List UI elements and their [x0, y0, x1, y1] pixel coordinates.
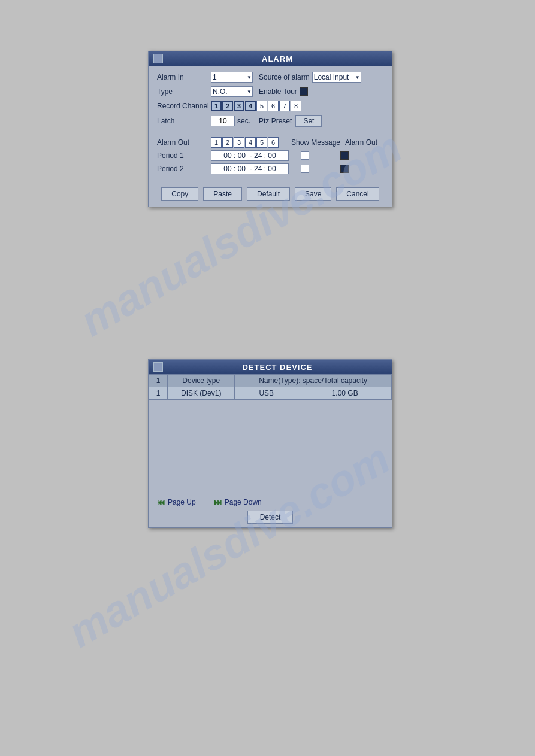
- type-row: Type N.O. Enable Tour: [157, 86, 383, 97]
- period1-input[interactable]: [211, 150, 289, 161]
- channel-btn-2[interactable]: 2: [222, 101, 233, 111]
- enable-tour-label: Enable Tour: [259, 87, 297, 96]
- page-nav: ⏮ Page Up ⏭ Page Down: [157, 497, 383, 507]
- ao-btn-5[interactable]: 5: [256, 137, 267, 148]
- channel-btn-4[interactable]: 4: [245, 101, 256, 111]
- type-select-wrapper: N.O.: [211, 86, 253, 97]
- alarm-out-channel-buttons: 1 2 3 4 5 6: [211, 137, 279, 148]
- channel-btn-1[interactable]: 1: [211, 101, 222, 111]
- period1-show-message-checkbox[interactable]: [301, 151, 309, 160]
- source-of-alarm-label: Source of alarm: [259, 73, 310, 81]
- alarm-in-row: Alarm In 1 Source of alarm Local Input: [157, 72, 383, 83]
- page-up-label: Page Up: [168, 498, 196, 506]
- type-label: Type: [157, 87, 211, 96]
- alarm-dialog-body: Alarm In 1 Source of alarm Local Input T…: [149, 66, 392, 207]
- alarm-in-select[interactable]: 1: [211, 72, 253, 83]
- page-down-label: Page Down: [225, 498, 262, 506]
- ao-btn-6[interactable]: 6: [268, 137, 279, 148]
- detect-row-num: 1: [149, 387, 168, 400]
- divider: [157, 132, 383, 132]
- period1-label: Period 1: [157, 151, 211, 160]
- detect-col-num: 1: [149, 375, 168, 387]
- default-button[interactable]: Default: [247, 187, 290, 201]
- detect-footer: ⏮ Page Up ⏭ Page Down Detect: [149, 494, 392, 527]
- period2-alarm-out-checkbox[interactable]: [340, 165, 349, 173]
- detect-col-type: Device type: [168, 375, 235, 387]
- detect-table: 1 Device type Name(Type): space/Total ca…: [149, 374, 392, 400]
- channel-btn-5[interactable]: 5: [256, 101, 267, 111]
- alarm-out-label: Alarm Out: [157, 138, 211, 147]
- alarm-button-row: Copy Paste Default Save Cancel: [157, 183, 383, 201]
- period2-input[interactable]: [211, 163, 289, 174]
- period1-row: Period 1: [157, 150, 383, 161]
- period2-row: Period 2: [157, 163, 383, 174]
- alarm-title-text: ALARM: [168, 54, 387, 63]
- channel-btn-8[interactable]: 8: [291, 101, 301, 111]
- alarm-in-select-wrapper: 1: [211, 72, 253, 83]
- detect-dialog: DETECT DEVICE 1 Device type Name(Type): …: [148, 359, 392, 528]
- alarm-out-col-label: Alarm Out: [345, 138, 377, 147]
- channel-btn-6[interactable]: 6: [268, 101, 279, 111]
- record-channel-row: Record Channel 1 2 3 4 5 6 7 8: [157, 101, 383, 111]
- detect-table-header-row: 1 Device type Name(Type): space/Total ca…: [149, 375, 392, 387]
- ao-btn-4[interactable]: 4: [245, 137, 256, 148]
- ptz-preset-label: Ptz Preset: [259, 117, 292, 125]
- alarm-title-icon: [153, 54, 163, 63]
- detect-row-name: USB: [235, 387, 298, 400]
- channel-btn-7[interactable]: 7: [279, 101, 290, 111]
- detect-col-name-capacity: Name(Type): space/Total capacity: [235, 375, 392, 387]
- detect-row-type: DISK (Dev1): [168, 387, 235, 400]
- channel-btn-3[interactable]: 3: [234, 101, 244, 111]
- period1-alarm-out-checkbox[interactable]: [340, 151, 349, 160]
- ao-btn-3[interactable]: 3: [234, 137, 244, 148]
- detect-title-icon: [153, 362, 163, 372]
- detect-title-text: DETECT DEVICE: [168, 363, 387, 372]
- period2-show-message-checkbox[interactable]: [301, 165, 309, 173]
- latch-input[interactable]: [211, 116, 235, 126]
- source-select-wrapper: Local Input: [312, 72, 361, 83]
- save-button[interactable]: Save: [295, 187, 331, 201]
- period2-label: Period 2: [157, 165, 211, 173]
- type-select[interactable]: N.O.: [211, 86, 253, 97]
- detect-button[interactable]: Detect: [247, 511, 294, 524]
- page-up-item[interactable]: ⏮ Page Up: [157, 497, 196, 507]
- detect-row-capacity: 1.00 GB: [298, 387, 392, 400]
- alarm-title-bar: ALARM: [149, 51, 392, 66]
- set-button[interactable]: Set: [295, 115, 322, 127]
- enable-tour-checkbox[interactable]: [300, 87, 308, 96]
- latch-label: Latch: [157, 117, 211, 125]
- ao-btn-1[interactable]: 1: [211, 137, 222, 148]
- detect-body: 1 Device type Name(Type): space/Total ca…: [149, 374, 392, 494]
- alarm-dialog: ALARM Alarm In 1 Source of alarm Local I…: [148, 51, 392, 207]
- alarm-in-label: Alarm In: [157, 73, 211, 81]
- detect-table-row: 1 DISK (Dev1) USB 1.00 GB: [149, 387, 392, 400]
- page-down-icon: ⏭: [214, 497, 222, 507]
- page-down-item[interactable]: ⏭ Page Down: [214, 497, 262, 507]
- copy-button[interactable]: Copy: [161, 187, 198, 201]
- cancel-button[interactable]: Cancel: [336, 187, 379, 201]
- alarm-out-header-row: Alarm Out 1 2 3 4 5 6 Show Message Alarm…: [157, 137, 383, 148]
- source-of-alarm-select[interactable]: Local Input: [312, 72, 361, 83]
- paste-button[interactable]: Paste: [203, 187, 242, 201]
- ao-btn-2[interactable]: 2: [222, 137, 233, 148]
- page-up-icon: ⏮: [157, 497, 165, 507]
- channel-buttons: 1 2 3 4 5 6 7 8: [211, 101, 302, 111]
- show-message-label: Show Message: [291, 138, 345, 147]
- latch-sec: sec.: [237, 117, 250, 125]
- record-channel-label: Record Channel: [157, 102, 211, 110]
- detect-title-bar: DETECT DEVICE: [149, 360, 392, 374]
- latch-row: Latch sec. Ptz Preset Set: [157, 115, 383, 127]
